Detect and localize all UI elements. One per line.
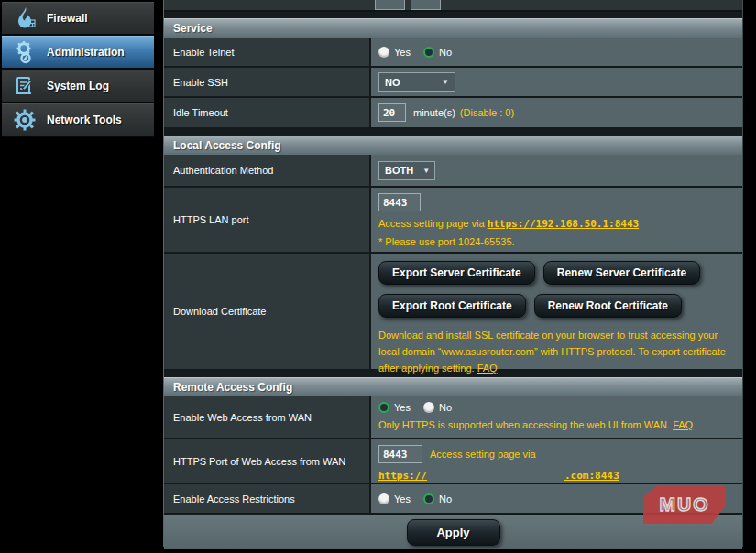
telnet-no-option[interactable]: No (423, 47, 452, 58)
sidebar-item-label: Administration (47, 46, 125, 59)
wan-https-note: Only HTTPS is supported when accessing t… (378, 419, 673, 430)
sidebar-item-firewall[interactable]: Firewall (2, 2, 154, 36)
wan-no-label[interactable]: No (439, 402, 452, 413)
telnet-radio-group: Yes No (378, 47, 452, 58)
apply-button[interactable]: Apply (407, 519, 500, 546)
radio-restrictions-no-icon[interactable] (423, 493, 434, 504)
https-port-wan-input[interactable] (378, 445, 422, 463)
partial-input-2[interactable] (411, 0, 441, 10)
lan-access-note: Access setting page via (378, 218, 488, 229)
radio-restrictions-yes-icon[interactable] (378, 493, 389, 504)
row-idle-timeout: Idle Timeout minute(s) (Disable : 0) (164, 98, 742, 129)
restrictions-yes-option[interactable]: Yes (378, 493, 411, 504)
sidebar-item-system-log[interactable]: System Log (2, 70, 154, 103)
sidebar-item-network-tools[interactable]: Network Tools (2, 103, 154, 137)
telnet-yes-label[interactable]: Yes (394, 47, 411, 58)
port-range-note: * Please use port 1024-65535. (378, 236, 735, 247)
row-enable-ssh: Enable SSH NO ▼ (164, 68, 742, 98)
section-header-service: Service (164, 18, 742, 38)
export-root-certificate-button[interactable]: Export Root Certificate (378, 294, 526, 318)
auth-method-select-value: BOTH (385, 165, 413, 176)
ssh-select-value: NO (385, 77, 400, 88)
row-https-lan-port: HTTPS LAN port Access setting page via h… (164, 188, 742, 254)
system-log-icon (13, 74, 37, 98)
wan-access-no-option[interactable]: No (423, 402, 452, 413)
sidebar-item-administration[interactable]: Administration (2, 36, 154, 70)
sidebar: Firewall Administration (2, 2, 154, 137)
settings-panel: Service Enable Telnet Yes No Enable SSH … (163, 0, 743, 547)
telnet-yes-option[interactable]: Yes (378, 47, 411, 58)
certificate-faq-link[interactable]: FAQ (477, 363, 498, 374)
lan-access-link[interactable]: https://192.168.50.1:8443 (488, 218, 640, 230)
https-lan-port-label: HTTPS LAN port (164, 188, 371, 252)
firewall-icon (13, 6, 37, 30)
section-header-local-access: Local Access Config (164, 136, 742, 155)
administration-icon (13, 40, 37, 64)
restrictions-no-option[interactable]: No (423, 493, 452, 504)
ssh-select[interactable]: NO ▼ (378, 72, 455, 92)
row-auth-method: Authentication Method BOTH ▼ (164, 155, 742, 188)
row-https-port-wan: HTTPS Port of Web Access from WAN Access… (164, 439, 742, 484)
restrictions-radio-group: Yes No (378, 493, 452, 504)
chevron-down-icon: ▼ (442, 78, 449, 86)
muo-watermark-text: MUO (660, 493, 710, 515)
radio-telnet-yes-icon[interactable] (378, 47, 389, 58)
enable-telnet-label: Enable Telnet (164, 38, 371, 66)
idle-timeout-note: (Disable : 0) (460, 107, 514, 118)
wan-yes-label[interactable]: Yes (394, 402, 411, 413)
radio-telnet-no-icon[interactable] (423, 47, 434, 58)
wan-link-suffix[interactable]: .com:8443 (564, 470, 619, 482)
auth-method-select[interactable]: BOTH ▼ (378, 161, 435, 180)
access-restrictions-label: Enable Access Restrictions (164, 484, 371, 513)
row-web-access-wan: Enable Web Access from WAN Yes No Only H… (164, 396, 742, 439)
partial-top-row (164, 0, 742, 12)
muo-watermark-logo: MUO (643, 485, 726, 524)
sidebar-item-label: Firewall (47, 12, 88, 25)
wan-access-note: Access setting page via (430, 449, 536, 460)
radio-wan-no-icon[interactable] (423, 402, 434, 413)
network-tools-icon (13, 108, 37, 132)
export-server-certificate-button[interactable]: Export Server Certificate (378, 261, 535, 285)
restrictions-yes-label[interactable]: Yes (394, 493, 411, 504)
telnet-no-label[interactable]: No (439, 47, 452, 58)
auth-method-label: Authentication Method (164, 155, 371, 186)
sidebar-item-label: Network Tools (47, 114, 122, 126)
web-access-wan-label: Enable Web Access from WAN (164, 396, 371, 438)
partial-input-1[interactable] (375, 0, 405, 10)
https-port-wan-label: HTTPS Port of Web Access from WAN (164, 439, 371, 483)
wan-access-yes-option[interactable]: Yes (378, 402, 411, 413)
idle-timeout-label: Idle Timeout (164, 98, 371, 127)
restrictions-no-label[interactable]: No (439, 493, 452, 504)
sidebar-item-label: System Log (47, 80, 109, 92)
idle-timeout-input[interactable] (378, 103, 406, 122)
row-download-certificate: Download Certificate Export Server Certi… (164, 254, 742, 371)
download-certificate-label: Download Certificate (164, 254, 371, 369)
radio-wan-yes-icon[interactable] (378, 402, 389, 413)
wan-access-radio-group: Yes No (378, 402, 735, 413)
idle-timeout-unit: minute(s) (413, 107, 455, 118)
row-enable-telnet: Enable Telnet Yes No (164, 38, 742, 68)
certificate-description: Download and install SSL certificate on … (378, 330, 726, 374)
renew-root-certificate-button[interactable]: Renew Root Certificate (534, 294, 682, 318)
enable-ssh-label: Enable SSH (164, 68, 371, 96)
renew-server-certificate-button[interactable]: Renew Server Certificate (543, 261, 700, 285)
wan-faq-link[interactable]: FAQ (673, 419, 693, 430)
section-header-remote-access: Remote Access Config (164, 377, 742, 396)
wan-link-prefix[interactable]: https:// (378, 470, 427, 482)
https-lan-port-input[interactable] (378, 193, 421, 211)
chevron-down-icon: ▼ (422, 167, 430, 175)
